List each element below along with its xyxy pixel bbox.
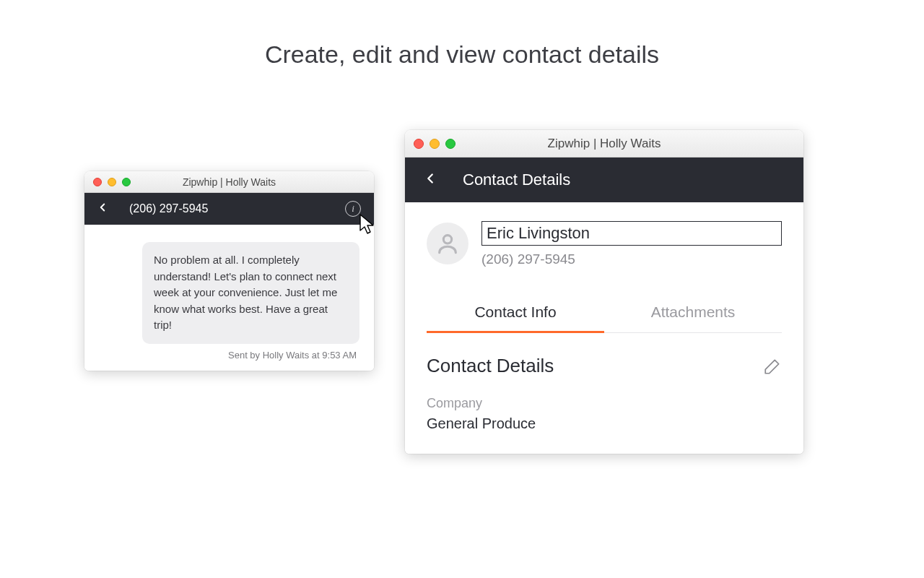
details-header-title: Contact Details bbox=[463, 171, 570, 189]
chat-title-phone: (206) 297-5945 bbox=[129, 202, 208, 215]
maximize-icon[interactable] bbox=[122, 178, 131, 186]
titlebar: Zipwhip | Holly Waits bbox=[405, 130, 803, 158]
svg-point-0 bbox=[443, 236, 451, 243]
details-body: (206) 297-5945 Contact Info Attachments … bbox=[405, 202, 803, 454]
contact-phone: (206) 297-5945 bbox=[481, 251, 782, 267]
chat-header: (206) 297-5945 i bbox=[84, 193, 374, 225]
message-bubble: No problem at all. I completely understa… bbox=[142, 242, 359, 344]
page-heading: Create, edit and view contact details bbox=[0, 40, 924, 69]
info-icon[interactable]: i bbox=[345, 201, 361, 217]
tab-attachments[interactable]: Attachments bbox=[604, 296, 782, 332]
maximize-icon[interactable] bbox=[445, 139, 456, 149]
traffic-lights bbox=[84, 178, 131, 186]
tabs: Contact Info Attachments bbox=[427, 296, 782, 333]
back-icon[interactable] bbox=[422, 171, 438, 189]
back-icon[interactable] bbox=[96, 201, 109, 217]
name-column: (206) 297-5945 bbox=[481, 221, 782, 267]
edit-icon[interactable] bbox=[763, 357, 782, 376]
minimize-icon[interactable] bbox=[108, 178, 116, 186]
window-title: Zipwhip | Holly Waits bbox=[405, 137, 803, 151]
close-icon[interactable] bbox=[93, 178, 102, 186]
traffic-lights bbox=[405, 139, 456, 149]
contact-details-window: Zipwhip | Holly Waits Contact Details (2… bbox=[405, 130, 803, 454]
company-value: General Produce bbox=[427, 415, 782, 432]
close-icon[interactable] bbox=[414, 139, 424, 149]
section-heading: Contact Details bbox=[427, 355, 554, 377]
titlebar: Zipwhip | Holly Waits bbox=[84, 171, 374, 193]
tab-contact-info[interactable]: Contact Info bbox=[427, 296, 604, 333]
chat-window: Zipwhip | Holly Waits (206) 297-5945 i N… bbox=[84, 171, 374, 371]
minimize-icon[interactable] bbox=[430, 139, 440, 149]
person-icon bbox=[435, 231, 460, 256]
avatar bbox=[427, 223, 468, 264]
message-sent-meta: Sent by Holly Waits at 9:53 AM bbox=[99, 350, 359, 361]
section-header-row: Contact Details bbox=[427, 355, 782, 377]
company-label: Company bbox=[427, 396, 782, 411]
profile-row: (206) 297-5945 bbox=[427, 221, 782, 267]
chat-body: No problem at all. I completely understa… bbox=[84, 225, 374, 371]
contact-name-input[interactable] bbox=[481, 221, 782, 246]
details-header: Contact Details bbox=[405, 158, 803, 202]
